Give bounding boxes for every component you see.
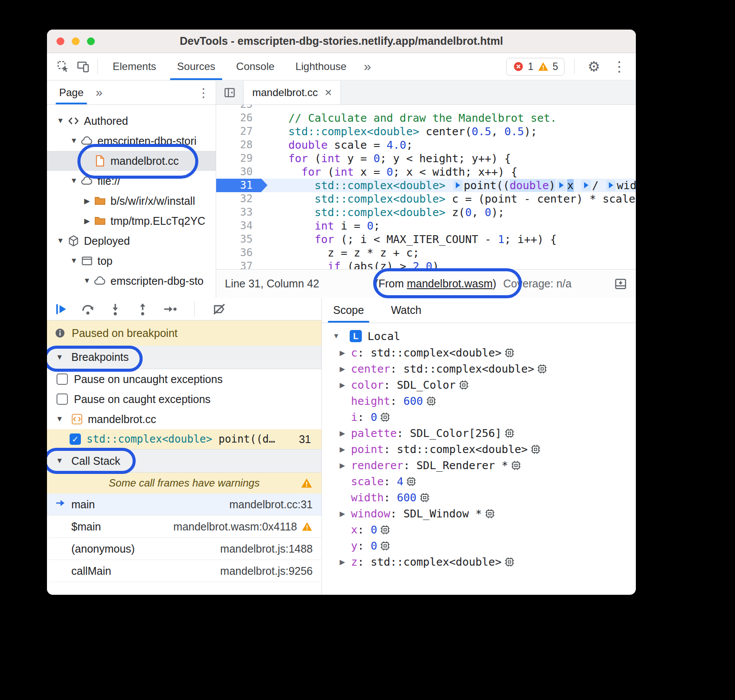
- resume-button[interactable]: [53, 302, 68, 317]
- chevron-down-icon[interactable]: ▼: [67, 177, 80, 185]
- chevron-down-icon[interactable]: ▼: [67, 257, 80, 265]
- scope-variable-c[interactable]: ▶c: std::complex<double>: [322, 345, 636, 361]
- chevron-right-icon[interactable]: ▶: [340, 461, 351, 470]
- inline-eval-widget-icon[interactable]: [581, 180, 591, 191]
- chevron-right-icon[interactable]: ▶: [340, 558, 351, 566]
- tree-item-b-s-w-ir-x-w-install[interactable]: ▶b/s/w/ir/x/w/install: [47, 191, 216, 211]
- tab-elements[interactable]: Elements: [102, 53, 167, 80]
- scope-variable-i[interactable]: i: 0: [322, 409, 636, 425]
- chevron-right-icon[interactable]: ▶: [80, 217, 94, 226]
- line-number[interactable]: 29: [216, 152, 261, 165]
- line-number[interactable]: 28: [216, 138, 261, 152]
- tree-item-tmp-tmp.elctq2yc[interactable]: ▶tmp/tmp.ELcTq2YC: [47, 211, 216, 231]
- scope-local-row[interactable]: ▼ L Local: [322, 327, 636, 345]
- breakpoint-entry[interactable]: ✓ std::complex<double> point((d… 31: [47, 429, 321, 449]
- drawer-icon[interactable]: [614, 277, 627, 290]
- memory-inspector-icon[interactable]: [504, 347, 515, 358]
- chevron-right-icon[interactable]: ▶: [80, 197, 94, 206]
- navigator-menu-button[interactable]: ⋮: [197, 86, 210, 100]
- tree-item-emscripten-dbg-stori[interactable]: ▼emscripten-dbg-stori: [47, 131, 216, 151]
- line-number[interactable]: 26: [216, 111, 261, 125]
- code-editor[interactable]: 2526// Calculate and draw the Mandelbrot…: [216, 105, 636, 269]
- pause-caught-checkbox[interactable]: [57, 393, 68, 405]
- callstack-frame-callmain[interactable]: callMainmandelbrot.js:9256: [47, 560, 321, 582]
- memory-inspector-icon[interactable]: [406, 476, 417, 487]
- step-button[interactable]: [163, 302, 177, 317]
- deactivate-breakpoints-button[interactable]: [212, 302, 227, 317]
- memory-inspector-icon[interactable]: [419, 492, 430, 503]
- callstack-frame-main[interactable]: mainmandelbrot.cc:31: [47, 493, 321, 516]
- inspect-element-button[interactable]: [53, 57, 73, 77]
- scope-variable-color[interactable]: ▶color: SDL_Color: [322, 377, 636, 393]
- chevron-right-icon[interactable]: ▶: [340, 429, 351, 437]
- chevron-right-icon[interactable]: ▶: [340, 510, 351, 518]
- tree-item-deployed[interactable]: ▼Deployed: [47, 231, 216, 251]
- tree-item-mandelbrot.cc[interactable]: mandelbrot.cc: [47, 151, 216, 171]
- scope-variable-width[interactable]: width: 600: [322, 490, 636, 506]
- chevron-down-icon[interactable]: ▼: [333, 332, 344, 340]
- scope-variable-z[interactable]: ▶z: std::complex<double>: [322, 554, 636, 570]
- pause-uncaught-checkbox[interactable]: [57, 373, 68, 385]
- scope-variable-center[interactable]: ▶center: std::complex<double>: [322, 361, 636, 377]
- tree-item-emscripten-dbg-sto[interactable]: ▼emscripten-dbg-sto: [47, 271, 216, 291]
- minimize-window-button[interactable]: [72, 37, 80, 45]
- chevron-right-icon[interactable]: ▶: [340, 381, 351, 389]
- memory-inspector-icon[interactable]: [511, 460, 521, 471]
- step-over-button[interactable]: [80, 302, 95, 317]
- memory-inspector-icon[interactable]: [530, 444, 541, 455]
- breakpoints-section-header[interactable]: ▼ Breakpoints: [47, 346, 321, 369]
- tree-item-file-[interactable]: ▼file://: [47, 171, 216, 191]
- callstack-frame-$main[interactable]: $mainmandelbrot.wasm:0x4118: [47, 516, 321, 538]
- chevron-down-icon[interactable]: ▼: [54, 117, 67, 125]
- line-number[interactable]: 37: [216, 260, 261, 269]
- tab-watch[interactable]: Watch: [386, 298, 427, 323]
- tab-console[interactable]: Console: [226, 53, 285, 80]
- line-number[interactable]: 34: [216, 219, 261, 233]
- scope-variable-y[interactable]: y: 0: [322, 538, 636, 554]
- tab-sources[interactable]: Sources: [167, 53, 226, 80]
- zoom-window-button[interactable]: [87, 37, 95, 45]
- scope-variable-x[interactable]: x: 0: [322, 522, 636, 538]
- memory-inspector-icon[interactable]: [380, 524, 391, 535]
- tab-page[interactable]: Page: [56, 81, 87, 104]
- memory-inspector-icon[interactable]: [380, 540, 391, 551]
- inline-eval-widget-icon[interactable]: [453, 180, 462, 191]
- device-toolbar-button[interactable]: [73, 57, 93, 77]
- issues-button[interactable]: 1 5: [506, 58, 565, 76]
- breakpoint-file-group[interactable]: ▼ mandelbrot.cc: [47, 409, 321, 429]
- more-navigator-tabs-button[interactable]: »: [96, 86, 103, 100]
- toggle-navigator-button[interactable]: [216, 81, 243, 104]
- main-menu-button[interactable]: ⋮: [609, 58, 630, 75]
- chevron-right-icon[interactable]: ▶: [340, 365, 351, 373]
- memory-inspector-icon[interactable]: [380, 412, 391, 423]
- tree-item-top[interactable]: ▼top: [47, 251, 216, 271]
- breakpoint-checkbox[interactable]: ✓: [70, 433, 81, 445]
- line-number[interactable]: 35: [216, 233, 261, 246]
- step-out-button[interactable]: [135, 302, 150, 317]
- memory-inspector-icon[interactable]: [426, 396, 437, 407]
- tree-item-authored[interactable]: ▼Authored: [47, 111, 216, 131]
- callstack-section-header[interactable]: ▼ Call Stack: [47, 449, 321, 473]
- file-tab-mandelbrot[interactable]: mandelbrot.cc ×: [243, 81, 341, 104]
- line-number[interactable]: 36: [216, 246, 261, 260]
- scope-variable-scale[interactable]: scale: 4: [322, 473, 636, 490]
- line-number[interactable]: 33: [216, 206, 261, 219]
- memory-inspector-icon[interactable]: [504, 428, 515, 439]
- chevron-down-icon[interactable]: ▼: [53, 415, 66, 423]
- line-number[interactable]: 32: [216, 192, 261, 206]
- chevron-down-icon[interactable]: ▼: [53, 457, 66, 465]
- tab-lighthouse[interactable]: Lighthouse: [285, 53, 357, 80]
- more-panels-button[interactable]: »: [357, 53, 378, 80]
- inline-eval-widget-icon[interactable]: [606, 180, 615, 191]
- close-icon[interactable]: ×: [325, 86, 332, 100]
- settings-button[interactable]: ⚙: [584, 58, 604, 75]
- memory-inspector-icon[interactable]: [537, 363, 548, 374]
- line-number[interactable]: 27: [216, 125, 261, 138]
- chevron-down-icon[interactable]: ▼: [54, 237, 67, 245]
- chevron-right-icon[interactable]: ▶: [340, 349, 351, 357]
- scope-variable-point[interactable]: ▶point: std::complex<double>: [322, 441, 636, 457]
- memory-inspector-icon[interactable]: [458, 380, 469, 390]
- inline-eval-widget-icon[interactable]: [557, 180, 566, 191]
- line-number[interactable]: 25: [216, 105, 261, 111]
- scope-variable-height[interactable]: height: 600: [322, 393, 636, 409]
